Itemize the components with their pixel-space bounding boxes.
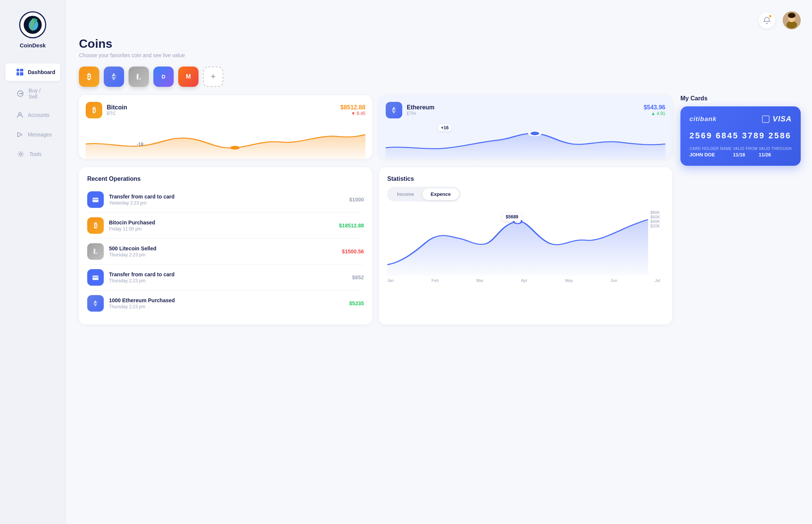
dashboard-icon [17, 68, 23, 76]
op-name: 500 Litecoin Selled [109, 245, 342, 251]
sidebar: CoinDesk Dashboard Buy / S [0, 0, 66, 524]
ethereum-info: Ethereum ETH [386, 102, 435, 118]
sidebar-item-accounts[interactable]: Accounts [5, 106, 60, 124]
statistics-title: Statistics [387, 176, 664, 182]
op-time: Friday 11:00 pm [109, 226, 339, 232]
svg-rect-28 [92, 199, 98, 200]
bitcoin-price-info: $8512.88 ▼ 8.45 [340, 104, 365, 116]
accounts-label: Accounts [28, 112, 50, 118]
stats-chart-container: $5689 $80K $60K $40K $20K [387, 208, 664, 276]
x-label-jul: Jul [655, 278, 660, 283]
operation-item: 1000 Ethereum Purchased Thursday 2:23 pm… [87, 291, 364, 316]
stats-tabs: Income Expence [387, 187, 461, 201]
sidebar-item-messages[interactable]: Messages [5, 126, 60, 143]
card-details: CARD HOLDER NAME JOHN DOE VALID FROM 11/… [689, 147, 792, 158]
svg-point-10 [20, 153, 22, 155]
bottom-section: Recent Operations Transfer from card to … [79, 167, 672, 324]
user-avatar[interactable] [783, 11, 801, 29]
bitcoin-card: ₿ Bitcoin BTC $8512.88 ▼ 8.45 [79, 95, 372, 159]
bitcoin-chart: -18 [86, 121, 365, 159]
operation-item: ₿ Bitocin Purchased Friday 11:00 pm $185… [87, 213, 364, 239]
sidebar-item-tools[interactable]: Tools [5, 145, 60, 163]
bitcoin-change: ▼ 8.45 [340, 111, 365, 116]
bitcoin-symbol: BTC [107, 111, 127, 116]
ethereum-chart-svg [386, 121, 665, 159]
operation-item: Ł 500 Litecoin Selled Thursday 2:23 pm $… [87, 239, 364, 265]
my-cards-section: My Cards citibank VISA 2569 6845 3789 25… [680, 95, 801, 166]
holder-label: CARD HOLDER NAME [689, 147, 732, 151]
x-label-may: May [565, 278, 573, 283]
coin-btn-xmr[interactable]: M [178, 67, 198, 87]
messages-label: Messages [28, 132, 52, 138]
sidebar-item-buy-sell[interactable]: Buy / Sell [5, 83, 60, 104]
card-holder: CARD HOLDER NAME JOHN DOE [689, 147, 732, 158]
tab-income[interactable]: Income [389, 188, 423, 200]
bitcoin-chart-svg [86, 121, 365, 159]
svg-marker-21 [394, 107, 396, 110]
op-name: Transfer from card to card [109, 271, 352, 277]
svg-marker-15 [114, 73, 116, 77]
ethereum-text: Ethereum ETH [407, 104, 435, 116]
avatar-image [783, 11, 801, 29]
ethereum-change-value: 4.91 [657, 111, 665, 116]
coin-btn-btc[interactable]: ₿ [79, 67, 99, 87]
logo-container: CoinDesk [19, 11, 46, 48]
svg-rect-2 [20, 69, 23, 71]
coin-btn-eth[interactable] [104, 67, 124, 87]
tools-label: Tools [29, 151, 42, 157]
up-arrow-icon: ▲ [651, 111, 656, 116]
page-title: Coins [79, 37, 801, 51]
svg-rect-3 [17, 72, 19, 76]
btc-chart-label: -18 [135, 141, 145, 148]
op-amount: $1000 [349, 197, 364, 203]
coin-btn-dash[interactable]: D [153, 67, 174, 87]
x-label-apr: Apr [521, 278, 527, 283]
svg-marker-16 [112, 73, 114, 77]
coin-btn-ltc[interactable]: Ł [129, 67, 149, 87]
messages-icon [17, 130, 23, 139]
chart-y-labels: $80K $60K $40K $20K [650, 208, 664, 230]
ethereum-card-header: Ethereum ETH $543.96 ▲ 4.91 [386, 102, 665, 118]
y-label-40k: $40K [650, 219, 664, 224]
card2-icon [92, 274, 99, 281]
svg-rect-30 [92, 277, 98, 278]
ethereum-price-info: $543.96 ▲ 4.91 [644, 104, 665, 116]
valid-from-label: VALID FROM [733, 147, 757, 151]
statistics-panel: Statistics Income Expence [379, 167, 672, 324]
right-column: My Cards citibank VISA 2569 6845 3789 25… [680, 95, 801, 324]
eth-chart-label: +16 [438, 124, 451, 131]
logo-icon [23, 15, 42, 34]
op-details: Transfer from card to card Thursday 2:23… [109, 271, 352, 283]
bitcoin-name: Bitcoin [107, 104, 127, 111]
tab-expence[interactable]: Expence [423, 188, 459, 200]
app-name: CoinDesk [20, 42, 45, 48]
bitcoin-price: $8512.88 [340, 104, 365, 111]
my-cards-title: My Cards [680, 95, 801, 102]
bitcoin-op-icon: ₿ [87, 217, 104, 234]
notification-button[interactable] [759, 12, 775, 29]
op-time: Thursday 2:23 pm [109, 252, 342, 257]
y-label-80k: $80K [650, 210, 664, 215]
bank-name: citibank [689, 115, 717, 123]
btc-chart-dot [230, 146, 239, 150]
x-label-jun: Jun [611, 278, 617, 283]
op-details: 500 Litecoin Selled Thursday 2:23 pm [109, 245, 342, 257]
nav-menu: Dashboard Buy / Sell Accounts [0, 64, 65, 165]
bitcoin-text: Bitcoin BTC [107, 104, 127, 116]
x-label-jan: Jan [387, 278, 394, 283]
ethereum-chart: +16 [386, 121, 665, 159]
coin-btn-add[interactable]: + [203, 67, 223, 87]
main-content: Coins Choose your favorites coin and see… [66, 0, 812, 524]
op-amount: $18512.88 [339, 223, 364, 229]
chart-x-labels: Jan Feb Mar Apr May Jun Jul [387, 278, 664, 283]
svg-marker-32 [94, 300, 95, 303]
eth-op-icon [92, 300, 99, 307]
ethereum-change: ▲ 4.91 [644, 111, 665, 116]
bitcoin-icon: ₿ [86, 102, 102, 118]
sidebar-item-dashboard[interactable]: Dashboard [5, 64, 60, 81]
op-name: Transfer from card to card [109, 194, 349, 200]
svg-marker-22 [392, 107, 394, 110]
op-time: Thursday 2:23 pm [109, 304, 349, 309]
ethereum-price: $543.96 [644, 104, 665, 111]
buy-sell-label: Buy / Sell [29, 88, 49, 100]
